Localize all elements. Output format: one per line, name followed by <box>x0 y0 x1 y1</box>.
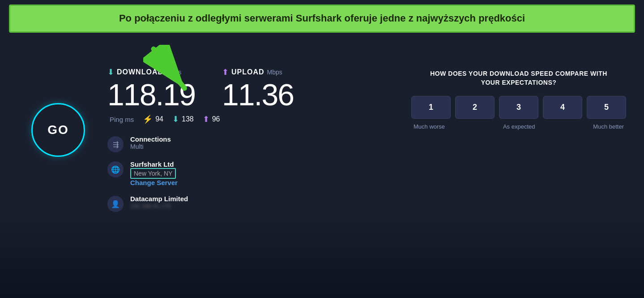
ping-label: Ping ms <box>110 116 134 123</box>
change-server-link[interactable]: Change Server <box>130 179 178 186</box>
upload-label-text: UPLOAD <box>231 68 264 76</box>
go-button[interactable]: GO <box>31 103 85 157</box>
ping-icon-purple: ⬆ <box>203 114 209 124</box>
connections-icon: ⇶ <box>107 136 124 152</box>
rating-btn-3[interactable]: 3 <box>499 96 538 119</box>
info-row-server: 🌐 Surfshark Ltd New York, NY Change Serv… <box>107 160 402 187</box>
ping-icon-teal: ⬇ <box>172 114 179 124</box>
provider-icon: 👤 <box>107 196 124 212</box>
rating-label-left: Much worse <box>414 123 445 130</box>
main-content: GO ⬇ DOWNLOAD Mbps 118.19 ⬆ UPLOAD Mbps <box>0 58 644 298</box>
ping-value-1: 94 <box>155 115 163 123</box>
download-icon: ⬇ <box>107 67 114 77</box>
ping-value-2: 138 <box>182 115 194 123</box>
ping-item-1: ⚡ 94 <box>143 114 163 124</box>
comparison-section: HOW DOES YOUR DOWNLOAD SPEED COMPARE WIT… <box>411 67 626 130</box>
ping-item-2: ⬇ 138 <box>172 114 194 124</box>
provider-title: Datacamp Limited <box>130 195 188 203</box>
rating-btn-4[interactable]: 4 <box>543 96 582 119</box>
top-banner: Po połączeniu z odległymi serwerami Surf… <box>9 4 635 33</box>
ping-row: Ping ms ⚡ 94 ⬇ 138 ⬆ 96 <box>107 114 402 124</box>
ping-icon-yellow: ⚡ <box>143 114 153 124</box>
rating-label-center: As expected <box>503 123 535 130</box>
comparison-question: HOW DOES YOUR DOWNLOAD SPEED COMPARE WIT… <box>411 69 626 87</box>
upload-value: 11.36 <box>222 79 294 110</box>
go-button-label: GO <box>47 123 69 137</box>
ping-value-3: 96 <box>212 115 220 123</box>
rating-label-right: Much better <box>593 123 624 130</box>
go-section: GO <box>18 67 98 157</box>
provider-content: Datacamp Limited 192.168.41.175 <box>130 195 188 209</box>
info-row-provider: 👤 Datacamp Limited 192.168.41.175 <box>107 195 402 212</box>
rating-btn-1[interactable]: 1 <box>411 96 451 119</box>
rating-btn-2[interactable]: 2 <box>455 96 495 119</box>
server-icon: 🌐 <box>107 161 124 177</box>
connections-title: Connections <box>130 135 171 143</box>
arrow-decoration <box>143 45 197 100</box>
connections-subtitle: Multi <box>130 143 171 150</box>
info-row-connections: ⇶ Connections Multi <box>107 135 402 152</box>
rating-buttons: 1 2 3 4 5 <box>411 96 626 119</box>
server-title: Surfshark Ltd <box>130 160 178 168</box>
rating-btn-5[interactable]: 5 <box>587 96 626 119</box>
upload-unit: Mbps <box>267 69 282 76</box>
svg-line-1 <box>154 49 184 88</box>
server-location: New York, NY <box>130 168 176 179</box>
upload-block: ⬆ UPLOAD Mbps 11.36 <box>222 67 294 110</box>
rating-labels: Much worse As expected Much better <box>411 123 626 130</box>
upload-label: ⬆ UPLOAD Mbps <box>222 67 282 77</box>
upload-icon: ⬆ <box>222 67 229 77</box>
banner-text: Po połączeniu z odległymi serwerami Surf… <box>119 13 525 24</box>
info-section: ⇶ Connections Multi 🌐 Surfshark Ltd New … <box>107 135 402 212</box>
ping-item-3: ⬆ 96 <box>203 114 220 124</box>
provider-ip: 192.168.41.175 <box>130 203 188 209</box>
connections-content: Connections Multi <box>130 135 171 150</box>
server-content: Surfshark Ltd New York, NY Change Server <box>130 160 178 187</box>
